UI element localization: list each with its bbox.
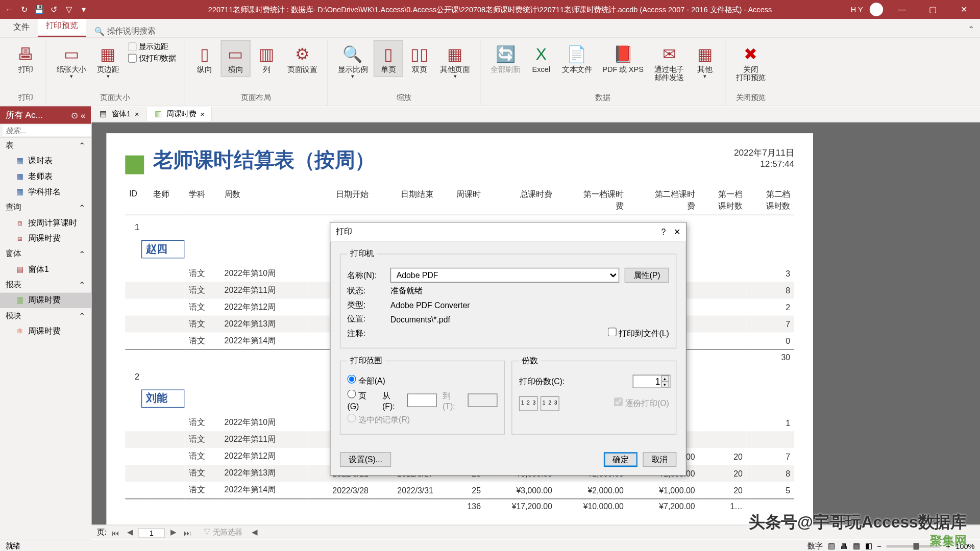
range-pages-radio[interactable]: 页(G) (347, 390, 377, 411)
tab-print-preview[interactable]: 打印预览 (38, 16, 86, 37)
nav-query-2[interactable]: ⧈周课时费 (0, 231, 91, 246)
ok-button[interactable]: 确定 (604, 452, 638, 467)
close-icon: ✖ (744, 44, 757, 65)
nav-form-1[interactable]: ▤窗体1 (0, 262, 91, 277)
print-data-only-checkbox[interactable]: 仅打印数据 (128, 53, 176, 63)
nav-cat-module[interactable]: 模块⌃ (0, 308, 91, 323)
report-date: 2022年7月11日 (734, 146, 794, 159)
portrait-button[interactable]: ▯纵向 (190, 40, 219, 77)
last-page-button[interactable]: ⏭ (181, 529, 194, 537)
pdf-xps-button[interactable]: 📕PDF 或 XPS (598, 40, 648, 77)
doc-tab-report[interactable]: ▥周课时费× (146, 107, 212, 121)
collapse-ribbon-icon[interactable]: ⌃ (963, 22, 980, 37)
nav-cat-query[interactable]: 查询⌃ (0, 200, 91, 215)
refresh-icon: 🔄 (496, 44, 516, 65)
printer-status: 准备就绪 (390, 285, 423, 296)
zoom-in-button[interactable]: + (946, 542, 950, 550)
close-preview-button[interactable]: ✖关闭 打印预览 (731, 40, 770, 85)
search-icon: 🔍 (94, 27, 105, 36)
zoom-button[interactable]: 🔍显示比例▾ (333, 40, 372, 83)
zoom-percent[interactable]: 100% (955, 542, 974, 550)
first-page-button[interactable]: ⏮ (109, 529, 122, 537)
back-icon[interactable]: ← (4, 4, 15, 15)
cancel-button[interactable]: 取消 (643, 452, 676, 467)
search-input[interactable] (3, 125, 102, 136)
setup-button[interactable]: 设置(S)... (340, 452, 391, 467)
report-header-icon (125, 155, 144, 174)
avatar[interactable] (870, 3, 883, 16)
report-icon: ▥ (15, 296, 24, 305)
page-icon: ▭ (64, 44, 79, 65)
printer-name-label: 名称(N): (347, 269, 385, 281)
view-design-icon[interactable]: ◧ (865, 542, 872, 550)
nav-query-1[interactable]: ⧈按周计算课时 (0, 215, 91, 231)
dialog-close-button[interactable]: ✕ (674, 227, 680, 236)
dialog-help-button[interactable]: ? (661, 227, 666, 236)
copies-spinner[interactable]: ▴▾ (661, 375, 669, 388)
printer-status-label: 状态: (347, 285, 385, 296)
tab-close-icon[interactable]: × (200, 110, 204, 118)
group-print: 打印 (18, 91, 33, 106)
tab-file[interactable]: 文件 (6, 17, 38, 37)
next-page-button[interactable]: ▶ (167, 528, 178, 537)
view-print-icon[interactable]: 🖶 (840, 542, 848, 550)
nav-cat-form[interactable]: 窗体⌃ (0, 246, 91, 262)
undo-icon[interactable]: ↺ (48, 4, 59, 15)
more-export-button[interactable]: ▦其他▾ (690, 40, 720, 83)
margins-icon: ▦ (100, 44, 115, 65)
zoom-slider[interactable] (887, 544, 940, 547)
tell-me-search[interactable]: 🔍 操作说明搜索 (94, 26, 156, 37)
filter-icon[interactable]: ▽ (63, 4, 74, 15)
print-button[interactable]: 🖶打印 (11, 40, 40, 77)
save-icon[interactable]: 💾 (34, 4, 44, 15)
doc-tab-form1[interactable]: ▤窗体1× (91, 107, 146, 121)
from-page-input[interactable] (407, 393, 437, 407)
document-tabs: ▤窗体1× ▥周课时费× (91, 106, 980, 122)
nav-table-1[interactable]: ▦课时表 (0, 154, 91, 169)
view-layout-icon[interactable]: ▦ (853, 542, 860, 550)
copies-label: 打印份数(C): (519, 375, 565, 387)
minimize-button[interactable]: — (890, 0, 914, 19)
prev-page-button[interactable]: ◀ (125, 528, 135, 537)
nav-table-2[interactable]: ▦老师表 (0, 169, 91, 184)
nav-header[interactable]: 所有 Ac...⊙ « (0, 106, 91, 123)
redo-icon[interactable]: ↻ (19, 4, 30, 15)
nav-search[interactable]: 🔍 (0, 124, 91, 138)
group-page-size: 页面大小 (100, 91, 130, 106)
range-legend: 打印范围 (347, 355, 385, 366)
from-label: 从(F): (382, 390, 402, 411)
one-page-button[interactable]: ▯单页 (374, 40, 403, 77)
close-button[interactable]: ✕ (952, 0, 976, 19)
to-label: 到(T): (443, 390, 462, 411)
nav-cat-report[interactable]: 报表⌃ (0, 277, 91, 292)
qat-more-icon[interactable]: ▾ (78, 4, 89, 15)
page-number-input[interactable] (138, 528, 165, 537)
nav-module-1[interactable]: ⚛周课时费 (0, 323, 91, 339)
record-navigator: 页: ⏮ ◀ ▶ ⏭ ▽ 无筛选器 ◀ (91, 525, 980, 540)
text-file-button[interactable]: 📄文本文件 (557, 40, 596, 77)
printer-properties-button[interactable]: 属性(P) (625, 268, 669, 283)
zoom-out-button[interactable]: − (877, 542, 881, 550)
two-pages-icon: ▯▯ (410, 44, 428, 65)
nav-report-1[interactable]: ▥周课时费 (0, 293, 91, 308)
tab-close-icon[interactable]: × (135, 110, 139, 118)
scroll-left-button[interactable]: ◀ (249, 528, 260, 537)
more-pages-button[interactable]: ▦其他页面▾ (435, 40, 474, 83)
nav-cat-table[interactable]: 表⌃ (0, 138, 91, 153)
view-report-icon[interactable]: ▥ (828, 542, 835, 550)
landscape-button[interactable]: ▭横向 (221, 40, 251, 77)
show-margins-checkbox[interactable]: 显示边距 (128, 42, 176, 52)
excel-button[interactable]: XExcel (526, 40, 556, 77)
two-pages-button[interactable]: ▯▯双页 (405, 40, 434, 77)
user-name: H Y (851, 6, 863, 14)
printer-select[interactable]: Adobe PDF (390, 268, 619, 283)
print-to-file-checkbox[interactable]: 打印到文件(L) (608, 328, 669, 340)
nav-table-3[interactable]: ▦学科排名 (0, 184, 91, 199)
paper-size-button[interactable]: ▭纸张大小▾ (52, 40, 91, 83)
maximize-button[interactable]: ▢ (921, 0, 945, 19)
margins-button[interactable]: ▦页边距▾ (92, 40, 124, 83)
page-setup-button[interactable]: ⚙页面设置 (283, 40, 322, 77)
columns-button[interactable]: ▥列 (252, 40, 281, 77)
email-button[interactable]: ✉通过电子 邮件发送 (650, 40, 689, 85)
range-all-radio[interactable]: 全部(A) (347, 375, 385, 387)
